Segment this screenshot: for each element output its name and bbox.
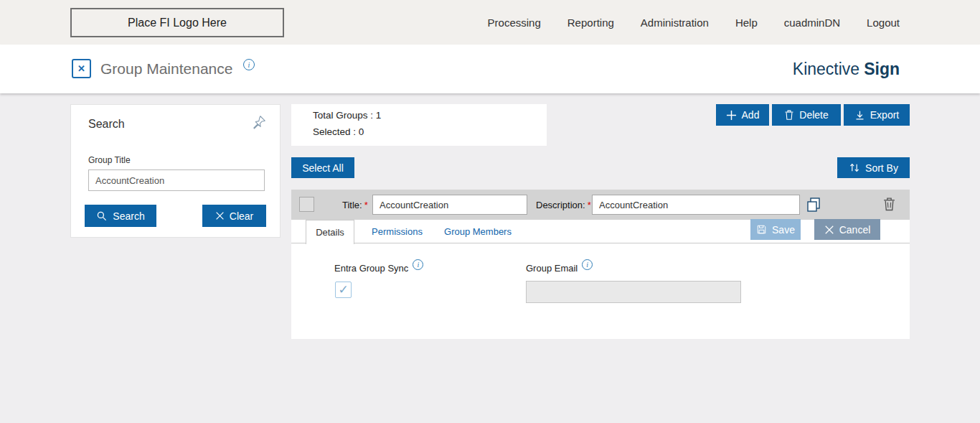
- nav-help[interactable]: Help: [735, 17, 758, 29]
- nav-administration[interactable]: Administration: [641, 17, 709, 29]
- tab-details[interactable]: Details: [306, 220, 354, 244]
- group-email-text: Group Email: [526, 263, 578, 274]
- select-all-button[interactable]: Select All: [291, 157, 354, 178]
- group-title-label: Group Title: [88, 155, 131, 165]
- plus-icon: [726, 110, 737, 121]
- cancel-button[interactable]: Cancel: [814, 219, 880, 240]
- clear-x-icon: [215, 211, 225, 220]
- nav-logout[interactable]: Logout: [867, 17, 900, 29]
- nav-user-cuadmindn[interactable]: cuadminDN: [784, 17, 840, 29]
- tab-group-members[interactable]: Group Members: [438, 220, 517, 243]
- group-row: Title: * Description: *: [291, 190, 910, 220]
- delete-button-label: Delete: [799, 109, 828, 121]
- delete-button[interactable]: Delete: [772, 104, 841, 126]
- add-button-label: Add: [742, 109, 760, 121]
- nav-reporting[interactable]: Reporting: [567, 17, 614, 29]
- search-panel-title: Search: [88, 118, 125, 131]
- clear-button-label: Clear: [230, 210, 253, 222]
- group-actions-toolbar: Add Delete Export: [716, 104, 910, 126]
- save-disk-icon: [756, 224, 767, 235]
- search-icon: [96, 210, 108, 222]
- nav-processing[interactable]: Processing: [488, 17, 541, 29]
- group-email-input: [526, 281, 741, 303]
- download-icon: [854, 110, 865, 121]
- row-select-checkbox[interactable]: [299, 197, 314, 212]
- fi-logo-text: Place FI Logo Here: [128, 17, 227, 29]
- total-groups-text: Total Groups : 1: [313, 110, 381, 121]
- search-panel: Search Group Title Search: [70, 104, 281, 238]
- page-title-info-icon[interactable]: i: [243, 59, 255, 70]
- cancel-x-icon: [824, 225, 834, 235]
- entra-group-sync-text: Entra Group Sync: [334, 263, 408, 274]
- sort-by-button[interactable]: Sort By: [837, 157, 910, 178]
- page-header: ✕ Group Maintenance i Kinective Sign: [0, 45, 980, 93]
- group-detail-panel: Details Permissions Group Members Save: [291, 220, 910, 339]
- title-required-marker: *: [364, 200, 368, 210]
- page-title: Group Maintenance: [100, 45, 232, 93]
- row-delete-icon[interactable]: [882, 196, 898, 213]
- group-maintenance-page: Place FI Logo Here Processing Reporting …: [0, 0, 980, 423]
- group-maintenance-icon: ✕: [72, 59, 91, 78]
- search-button-label: Search: [113, 210, 144, 222]
- title-input[interactable]: [372, 195, 527, 215]
- group-email-info-icon[interactable]: i: [582, 259, 593, 270]
- brand-name: Kinective: [793, 60, 859, 79]
- title-label-text: Title:: [342, 200, 362, 210]
- sort-by-label: Sort By: [865, 162, 898, 174]
- top-navigation: Processing Reporting Administration Help…: [488, 0, 900, 45]
- fi-logo-placeholder: Place FI Logo Here: [70, 8, 284, 37]
- trash-icon: [784, 109, 794, 121]
- description-input[interactable]: [592, 195, 800, 215]
- brand-logo: Kinective Sign: [793, 45, 900, 93]
- title-label: Title: *: [342, 190, 368, 220]
- export-button-label: Export: [870, 109, 899, 121]
- group-title-input[interactable]: [88, 169, 265, 191]
- save-button-label: Save: [772, 224, 795, 236]
- description-label-text: Description:: [536, 200, 585, 210]
- selected-count-text: Selected : 0: [313, 126, 364, 137]
- tab-permissions[interactable]: Permissions: [363, 220, 431, 243]
- sort-icon: [849, 162, 860, 173]
- export-button[interactable]: Export: [844, 104, 910, 126]
- brand-product: Sign: [864, 60, 900, 79]
- description-label: Description: *: [536, 190, 591, 220]
- group-email-label: Group Email i: [526, 263, 593, 274]
- entra-group-sync-label: Entra Group Sync i: [334, 263, 423, 274]
- save-button[interactable]: Save: [750, 219, 801, 240]
- clear-button[interactable]: Clear: [202, 205, 266, 227]
- add-button[interactable]: Add: [716, 104, 769, 126]
- pin-icon[interactable]: [251, 114, 267, 130]
- entra-group-sync-info-icon[interactable]: i: [413, 259, 423, 270]
- copy-icon[interactable]: [805, 196, 822, 213]
- cancel-button-label: Cancel: [839, 224, 871, 236]
- summary-panel: Total Groups : 1 Selected : 0: [291, 104, 547, 146]
- description-required-marker: *: [588, 200, 591, 210]
- top-bar: Place FI Logo Here Processing Reporting …: [0, 0, 980, 45]
- tab-bar: Details Permissions Group Members Save: [291, 220, 910, 243]
- entra-group-sync-checkbox[interactable]: [335, 282, 352, 298]
- select-all-label: Select All: [302, 162, 344, 174]
- search-button[interactable]: Search: [85, 205, 156, 227]
